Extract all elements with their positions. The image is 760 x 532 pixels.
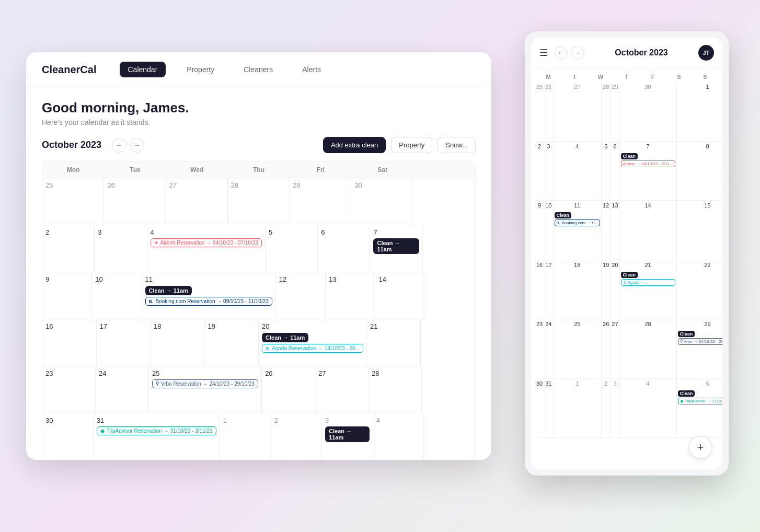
m-cell-sep25[interactable]: 25 — [535, 82, 544, 142]
airbnb-reservation-event[interactable]: ✦ Airbnb Reservation → 04/10/23 - 07/10/… — [151, 238, 262, 247]
cal-cell-oct26[interactable]: 26 — [262, 366, 315, 413]
m-cell-oct19[interactable]: 19 — [602, 260, 611, 320]
m-cell-oct23[interactable]: 23 — [535, 319, 544, 379]
m-cell-sep29[interactable]: 29 — [611, 82, 619, 142]
clean-event-oct20[interactable]: Clean → 11am — [262, 333, 308, 342]
m-cell-oct12[interactable]: 12 — [602, 201, 611, 260]
m-cell-oct27[interactable]: 27 — [611, 319, 619, 379]
cal-cell-nov2[interactable]: 2 — [271, 413, 322, 460]
cal-cell-oct12[interactable]: 12 — [276, 272, 326, 319]
property-filter-button[interactable]: Property — [391, 137, 432, 153]
cal-cell-oct25[interactable]: 25 V̈ Vrbo Reservation → 24/10/23 - 29/1… — [149, 366, 262, 413]
m-cell-oct11[interactable]: 11 Clean B. Booking.com → 0... — [554, 201, 602, 260]
cal-cell-sep25[interactable]: 25 — [42, 178, 104, 225]
nav-item-cleaners[interactable]: Cleaners — [235, 62, 281, 77]
clean-event-oct11[interactable]: Clean → 11am — [145, 286, 192, 295]
m-cell-oct16[interactable]: 16 — [535, 260, 544, 320]
cal-cell-oct5[interactable]: 5 — [266, 225, 318, 272]
m-cell-sep28[interactable]: 28 — [602, 82, 611, 142]
cal-cell-oct28[interactable]: 28 — [369, 366, 422, 413]
m-clean-oct11[interactable]: Clean — [555, 212, 572, 218]
m-cell-oct5[interactable]: 5 — [602, 142, 611, 201]
m-cell-oct2[interactable]: 2 — [535, 142, 544, 201]
cal-cell-oct27[interactable]: 27 — [315, 366, 369, 413]
cal-cell-sep27[interactable]: 27 — [166, 178, 228, 225]
m-cell-oct17[interactable]: 17 — [544, 260, 553, 320]
clean-event-oct7[interactable]: Clean → 11am — [373, 238, 419, 254]
m-airbnb-oct7[interactable]: Airbnb → 04/10/23 - 07/1... — [621, 160, 675, 167]
mobile-prev-button[interactable]: ← — [554, 46, 568, 60]
m-cell-oct26[interactable]: 26 — [602, 319, 611, 379]
nav-item-alerts[interactable]: Alerts — [294, 62, 329, 77]
cal-cell-oct19[interactable]: 19 — [205, 319, 259, 366]
m-vrbo-oct29[interactable]: V̈ Vrbo → 24/10/23 - 29/10/23 — [678, 338, 722, 345]
m-cell-oct22[interactable]: 22 — [677, 260, 722, 320]
m-booking-oct11[interactable]: B. Booking.com → 0... — [555, 219, 601, 226]
cal-cell-sep30[interactable]: 30 — [351, 178, 413, 225]
nav-item-calendar[interactable]: Calendar — [120, 62, 166, 77]
cal-cell-oct14[interactable]: 14 — [375, 272, 425, 319]
m-cell-nov4[interactable]: 4 — [620, 379, 677, 438]
m-cell-oct7[interactable]: 7 Clean Airbnb → 04/10/23 - 07/1... — [620, 142, 677, 201]
cal-cell-oct21[interactable]: 21 — [367, 319, 421, 366]
m-cell-sep26[interactable]: 26 — [544, 82, 553, 142]
mobile-next-button[interactable]: → — [571, 46, 584, 60]
m-cell-sep30[interactable]: 30 — [620, 82, 677, 142]
m-cell-oct31[interactable]: 31 — [544, 379, 553, 438]
mobile-menu-icon[interactable]: ☰ — [539, 47, 548, 59]
m-tripadvisor-nov5[interactable]: ◉ TripAdvisor → 31/10/23 ... — [678, 398, 722, 404]
cal-cell-sep26[interactable]: 26 — [104, 178, 166, 225]
m-cell-oct1[interactable]: 1 — [677, 82, 722, 142]
cal-cell-sep28[interactable]: 28 — [228, 178, 290, 225]
cal-cell-oct20[interactable]: 20 Clean → 11am ⊙ Agoda Reservation → 19… — [259, 319, 367, 366]
m-cell-oct14[interactable]: 14 — [620, 201, 677, 260]
m-clean-nov5[interactable]: Clean — [678, 390, 695, 397]
cal-cell-oct11[interactable]: 11 Clean → 11am B. Booking.com Reservati… — [142, 272, 276, 319]
mobile-add-fab[interactable]: + — [689, 436, 712, 459]
cal-cell-oct31[interactable]: 31 ◉ TripAdvisor Reservation → 31/10/23 … — [94, 413, 220, 460]
cal-cell-oct4[interactable]: 4 ✦ Airbnb Reservation → 04/10/23 - 07/1… — [147, 225, 266, 272]
mobile-avatar[interactable]: JT — [698, 45, 714, 61]
m-cell-oct21[interactable]: 21 Clean ⊙ Agoda →... — [620, 260, 677, 320]
agoda-reservation-event[interactable]: ⊙ Agoda Reservation → 19/10/23 - 20... — [262, 344, 363, 353]
m-agoda-oct21[interactable]: ⊙ Agoda →... — [621, 279, 675, 286]
booking-reservation-event[interactable]: B. Booking.com Reservation → 09/10/23 - … — [145, 297, 272, 306]
m-cell-oct10[interactable]: 10 — [544, 201, 553, 260]
m-cell-oct15[interactable]: 15 — [677, 201, 722, 260]
tripadvisor-reservation-event[interactable]: ◉ TripAdvisor Reservation → 31/10/23 - 3… — [97, 426, 216, 435]
m-clean-oct21[interactable]: Clean — [621, 272, 638, 278]
m-cell-nov1[interactable]: 1 — [554, 379, 602, 438]
m-cell-nov2[interactable]: 2 — [602, 379, 611, 438]
m-clean-oct7[interactable]: Clean — [621, 153, 638, 159]
cal-cell-sep29[interactable]: 29 — [290, 178, 351, 225]
m-cell-nov5[interactable]: 5 Clean ◉ TripAdvisor → 31/10/23 ... — [677, 379, 722, 438]
cal-cell-oct23[interactable]: 23 — [42, 366, 96, 413]
cal-cell-nov3[interactable]: 3 Clean → 11am — [322, 413, 373, 460]
m-cell-oct6[interactable]: 6 — [611, 142, 619, 201]
m-cell-sep27[interactable]: 27 — [554, 82, 602, 142]
cal-cell-nov1[interactable]: 1 — [220, 413, 271, 460]
nav-item-property[interactable]: Property — [178, 62, 223, 77]
m-cell-oct24[interactable]: 24 — [544, 319, 553, 379]
m-cell-oct30[interactable]: 30 — [535, 379, 544, 438]
m-cell-oct18[interactable]: 18 — [554, 260, 602, 320]
cal-cell-nov4[interactable]: 4 — [373, 413, 424, 460]
calendar-prev-button[interactable]: ← — [112, 138, 126, 153]
cal-cell-oct2[interactable]: 2 — [42, 225, 95, 272]
cal-cell-oct10[interactable]: 10 — [92, 272, 142, 319]
cal-cell-oct7[interactable]: 7 Clean → 11am — [370, 225, 422, 272]
cal-cell-oct17[interactable]: 17 — [97, 319, 151, 366]
m-cell-nov3[interactable]: 3 — [611, 379, 619, 438]
m-cell-oct25[interactable]: 25 — [554, 319, 602, 379]
cal-cell-oct24[interactable]: 24 — [96, 366, 149, 413]
vrbo-reservation-event[interactable]: V̈ Vrbo Reservation → 24/10/23 - 29/10/2… — [152, 379, 258, 388]
m-cell-oct4[interactable]: 4 — [554, 142, 602, 201]
cal-cell-oct6[interactable]: 6 — [318, 225, 370, 272]
cal-cell-oct3[interactable]: 3 — [95, 225, 147, 272]
cal-cell-oct13[interactable]: 13 — [326, 272, 375, 319]
m-cell-oct8[interactable]: 8 — [677, 142, 722, 201]
m-cell-oct3[interactable]: 3 — [544, 142, 553, 201]
m-cell-oct13[interactable]: 13 — [611, 201, 619, 260]
cal-cell-oct18[interactable]: 18 — [151, 319, 205, 366]
m-cell-oct28[interactable]: 28 — [620, 319, 677, 379]
